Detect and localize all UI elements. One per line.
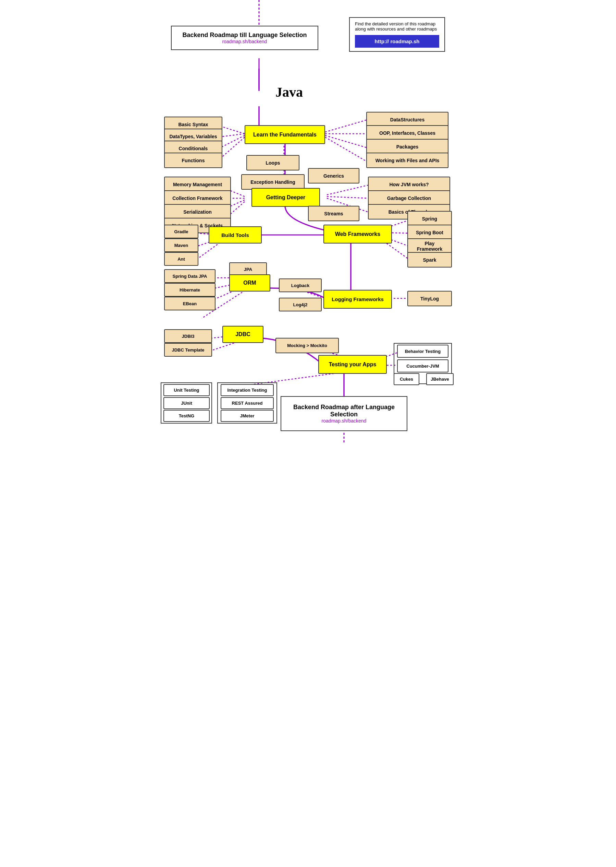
info-box: Find the detailed version of this roadma… — [349, 17, 445, 52]
garbage-collection-node: Garbage Collection — [368, 190, 450, 206]
play-framework-node: Play Framework — [407, 238, 452, 254]
web-frameworks-node: Web Frameworks — [324, 225, 392, 243]
log4j2-node: Log4j2 — [279, 298, 322, 311]
exception-handling-node: Exception Handling — [241, 174, 305, 190]
functions-node: Functions — [164, 153, 222, 168]
header-link: roadmap.sh/backend — [179, 39, 311, 44]
ant-node: Ant — [164, 252, 198, 266]
memory-management-node: Memory Management — [164, 177, 231, 192]
svg-line-15 — [327, 185, 368, 195]
java-title: Java — [275, 84, 303, 100]
svg-line-5 — [325, 120, 366, 132]
jbehave-node: JBehave — [426, 373, 454, 385]
junit-node: JUnit — [163, 397, 210, 409]
bottom-title: Backend Roadmap after Language Selection — [288, 404, 400, 418]
spring-data-jpa-node: Spring Data JPA — [164, 269, 215, 283]
hibernate-node: Hibernate — [164, 283, 215, 297]
working-files-node: Working with Files and APIs — [366, 153, 448, 168]
serialization-node: Serialization — [164, 204, 231, 219]
jmeter-node: JMeter — [221, 410, 274, 422]
learn-fundamentals-node: Learn the Fundamentals — [245, 125, 325, 144]
unit-testing-label: Unit Testing — [163, 384, 210, 396]
cukes-node: Cukes — [394, 373, 420, 385]
cucumber-jvm-node: Cucumber-JVM — [397, 359, 448, 372]
svg-line-16 — [327, 197, 368, 198]
jdbi3-node: JDBI3 — [164, 329, 212, 343]
spring-node: Spring — [407, 211, 452, 226]
mocking-node: Mocking > Mockito — [275, 338, 339, 353]
main-header-box: Backend Roadmap till Language Selection … — [171, 26, 318, 50]
oop-node: OOP, Interfaces, Classes — [366, 125, 448, 140]
streams-node: Streams — [308, 206, 359, 221]
url-button[interactable]: http:// roadmap.sh — [355, 35, 439, 48]
gradle-node: Gradle — [164, 225, 198, 238]
svg-line-7 — [325, 136, 366, 147]
page-wrapper: Backend Roadmap till Language Selection … — [154, 0, 462, 867]
how-jvm-node: How JVM works? — [368, 177, 450, 192]
packages-node: Packages — [366, 139, 448, 154]
logging-frameworks-node: Logging Frameworks — [324, 290, 392, 309]
spring-boot-node: Spring Boot — [407, 225, 452, 240]
header-title: Backend Roadmap till Language Selection — [179, 32, 311, 39]
bottom-roadmap-box: Backend Roadmap after Language Selection… — [281, 396, 407, 431]
rest-assured-node: REST Assured — [221, 397, 274, 409]
spark-node: Spark — [407, 252, 452, 268]
logback-node: Logback — [279, 279, 322, 292]
testing-node: Testing your Apps — [318, 355, 387, 374]
behavior-testing-node: Behavior Testing — [397, 345, 448, 358]
ebean-node: EBean — [164, 297, 215, 311]
jdbc-node: JDBC — [222, 326, 264, 343]
jpa-node: JPA — [229, 262, 267, 276]
build-tools-node: Build Tools — [209, 226, 262, 243]
jdbc-template-node: JDBC Template — [164, 343, 212, 357]
collection-framework-node: Collection Framework — [164, 190, 231, 206]
loops-node: Loops — [246, 155, 299, 170]
svg-line-8 — [325, 137, 366, 161]
integration-testing-label: Integration Testing — [221, 384, 274, 396]
getting-deeper-node: Getting Deeper — [251, 188, 320, 207]
bottom-link: roadmap.sh/backend — [288, 418, 400, 424]
tinylog-node: TinyLog — [407, 291, 452, 306]
maven-node: Maven — [164, 238, 198, 252]
orm-node: ORM — [229, 274, 270, 292]
testng-node: TestNG — [163, 410, 210, 422]
generics-node: Generics — [308, 168, 359, 183]
info-text: Find the detailed version of this roadma… — [355, 21, 439, 32]
